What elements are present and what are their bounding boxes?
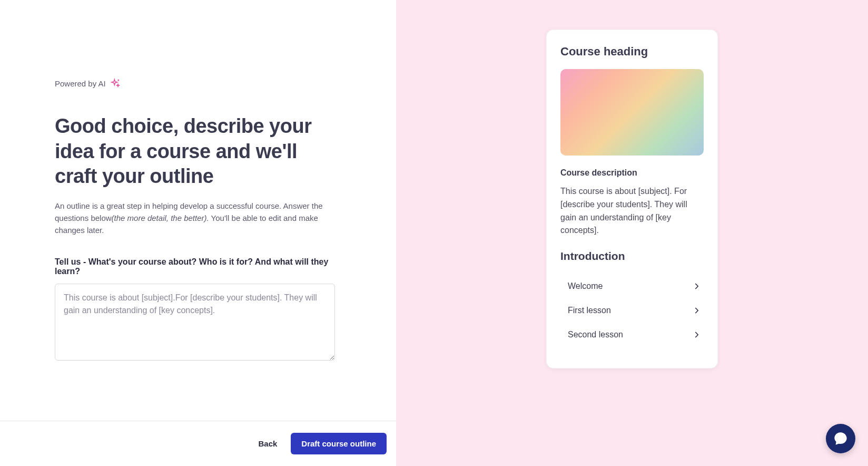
preview-lesson-item[interactable]: Welcome bbox=[560, 274, 704, 298]
preview-section-title: Introduction bbox=[560, 250, 704, 263]
course-preview-card: Course heading Course description This c… bbox=[546, 30, 718, 368]
course-description-input[interactable] bbox=[55, 284, 335, 361]
svg-point-0 bbox=[118, 80, 119, 81]
page-heading: Good choice, describe your idea for a co… bbox=[55, 114, 335, 189]
preview-course-heading: Course heading bbox=[560, 45, 704, 59]
chat-icon bbox=[833, 431, 848, 446]
back-button[interactable]: Back bbox=[255, 434, 280, 453]
draft-outline-button[interactable]: Draft course outline bbox=[291, 433, 387, 454]
preview-lesson-label: Welcome bbox=[568, 281, 603, 291]
preview-panel: Course heading Course description This c… bbox=[396, 0, 868, 466]
preview-lesson-item[interactable]: Second lesson bbox=[560, 323, 704, 347]
chat-fab-button[interactable] bbox=[826, 424, 855, 453]
powered-by-badge: Powered by AI bbox=[55, 78, 335, 89]
preview-cover-image bbox=[560, 69, 704, 156]
chevron-right-icon bbox=[692, 306, 702, 315]
chevron-right-icon bbox=[692, 281, 702, 291]
sparkle-icon bbox=[110, 78, 121, 89]
course-description-label: Tell us - What's your course about? Who … bbox=[55, 257, 335, 276]
page-subtext: An outline is a great step in helping de… bbox=[55, 200, 335, 237]
preview-description-label: Course description bbox=[560, 168, 704, 178]
footer-actions: Back Draft course outline bbox=[0, 421, 396, 466]
preview-lesson-label: First lesson bbox=[568, 306, 611, 315]
preview-description-text: This course is about [subject]. For [des… bbox=[560, 185, 704, 237]
chevron-right-icon bbox=[692, 330, 702, 339]
preview-lesson-item[interactable]: First lesson bbox=[560, 298, 704, 323]
preview-lesson-label: Second lesson bbox=[568, 330, 623, 339]
form-panel: Powered by AI Good choice, describe your… bbox=[0, 0, 396, 466]
powered-by-label: Powered by AI bbox=[55, 79, 106, 88]
subtext-italic: (the more detail, the better). bbox=[112, 213, 209, 222]
